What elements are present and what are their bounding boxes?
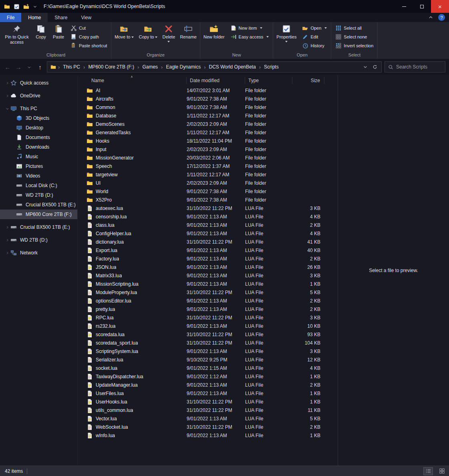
file-row-serializer-lua[interactable]: Serializer.lua9/10/2022 9:25 PMLUA File1… xyxy=(78,355,338,364)
chevron-right-icon[interactable] xyxy=(4,238,10,242)
file-row-taxiwaydispatcher-lua[interactable]: TaxiwayDispatcher.lua9/01/2022 1:12 AMLU… xyxy=(78,372,338,381)
collapse-ribbon-icon[interactable] xyxy=(428,15,433,20)
edit-button[interactable]: Edit xyxy=(299,32,330,41)
sidebar-item-wd-2tb-d[interactable]: WD 2TB (D:) xyxy=(0,235,77,245)
file-row-hooks[interactable]: Hooks18/11/2022 11:04 PMFile folder xyxy=(78,137,338,145)
file-row-utils-common-lua[interactable]: utils_common.lua31/10/2022 11:22 PMLUA F… xyxy=(78,406,338,414)
file-row-input[interactable]: Input2/02/2023 2:09 AMFile folder xyxy=(78,145,338,153)
file-row-censorship-lua[interactable]: censorship.lua9/01/2022 1:13 AMLUA File4… xyxy=(78,212,338,221)
file-row-speech[interactable]: Speech17/12/2022 1:37 AMFile folder xyxy=(78,162,338,170)
new-folder-shortcut-icon[interactable] xyxy=(23,4,29,10)
sidebar-item-videos[interactable]: Videos xyxy=(0,171,77,181)
paste-button[interactable]: Paste xyxy=(50,23,67,40)
file-row-x52pro[interactable]: X52Pro9/01/2022 7:38 AMFile folder xyxy=(78,196,338,204)
new-item-button[interactable]: New item xyxy=(228,24,272,32)
chevron-right-icon[interactable] xyxy=(4,94,10,98)
thumbnails-view-button[interactable] xyxy=(437,467,447,475)
file-row-websocket-lua[interactable]: WebSocket.lua31/10/2022 11:22 PMLUA File… xyxy=(78,423,338,431)
chevron-right-icon[interactable] xyxy=(4,81,10,85)
sidebar-item-quick-access[interactable]: Quick access xyxy=(0,78,77,88)
file-row-autoexec-lua[interactable]: autoexec.lua31/10/2022 11:22 PMLUA File3… xyxy=(78,204,338,212)
column-header-type[interactable]: Type xyxy=(245,77,292,84)
file-row-export-lua[interactable]: Export.lua9/01/2022 1:13 AMLUA File40 KB xyxy=(78,246,338,254)
breadcrumb-item-this-pc[interactable]: This PC xyxy=(60,62,83,72)
sidebar-item-network[interactable]: Network xyxy=(0,248,77,258)
file-row-generatedtasks[interactable]: GeneratedTasks1/11/2022 12:17 AMFile fol… xyxy=(78,128,338,137)
sidebar-item-crucial-bx500-1tb-e[interactable]: Crucial BX500 1TB (E:) xyxy=(0,200,77,210)
column-header-size[interactable]: Size xyxy=(292,77,324,84)
breadcrumb-item-scripts[interactable]: Scripts xyxy=(261,62,282,72)
help-button[interactable]: ? xyxy=(438,14,445,21)
sidebar-item-3d-objects[interactable]: 3D Objects xyxy=(0,113,77,123)
tab-home[interactable]: Home xyxy=(21,13,48,22)
sidebar-item-music[interactable]: Music xyxy=(0,152,77,161)
file-row-demoscenes[interactable]: DemoScenes2/02/2023 2:09 AMFile folder xyxy=(78,120,338,128)
sidebar-item-documents[interactable]: Documents xyxy=(0,133,77,142)
properties-button[interactable]: Properties xyxy=(274,23,298,43)
file-row-ai[interactable]: AI14/07/2022 3:01 AMFile folder xyxy=(78,86,338,95)
file-row-rs232-lua[interactable]: rs232.lua9/01/2022 1:13 AMLUA File10 KB xyxy=(78,322,338,330)
file-row-targetview[interactable]: targetview1/11/2022 12:17 AMFile folder xyxy=(78,170,338,179)
file-row-json-lua[interactable]: JSON.lua9/01/2022 1:13 AMLUA File26 KB xyxy=(78,263,338,271)
column-header-date-modified[interactable]: Date modified xyxy=(187,77,245,84)
file-row-userhooks-lua[interactable]: UserHooks.lua31/10/2022 11:22 PMLUA File… xyxy=(78,397,338,406)
sidebar-item-local-disk-c[interactable]: Local Disk (C:) xyxy=(0,181,77,190)
cut-button[interactable]: Cut xyxy=(68,24,110,32)
file-row-matrix33-lua[interactable]: Matrix33.lua9/01/2022 1:13 AMLUA File3 K… xyxy=(78,271,338,280)
copy-to-button[interactable]: Copy to xyxy=(137,23,159,40)
open-button[interactable]: Open xyxy=(299,24,330,32)
properties-shortcut-icon[interactable] xyxy=(14,4,20,10)
file-row-aircrafts[interactable]: Aircrafts9/01/2022 7:38 AMFile folder xyxy=(78,95,338,103)
recent-locations-chevron-icon[interactable] xyxy=(25,64,33,71)
select-all-button[interactable]: Select all xyxy=(332,24,376,32)
file-row-optionseditor-lua[interactable]: optionsEditor.lua9/01/2022 1:13 AMLUA Fi… xyxy=(78,296,338,305)
file-row-updatemanager-lua[interactable]: UpdateManager.lua9/01/2022 1:13 AMLUA Fi… xyxy=(78,381,338,389)
sidebar-item-crucial-bx500-1tb-e[interactable]: Crucial BX500 1TB (E:) xyxy=(0,222,77,232)
minimize-button[interactable] xyxy=(395,0,413,13)
file-row-pretty-lua[interactable]: pretty.lua9/01/2022 1:13 AMLUA File2 KB xyxy=(78,305,338,313)
file-row-missionscripting-lua[interactable]: MissionScripting.lua9/01/2022 1:13 AMLUA… xyxy=(78,280,338,288)
sidebar-item-mp600-core-2tb-f[interactable]: MP600 Core 2TB (F:) xyxy=(0,210,77,219)
up-button[interactable]: ↑ xyxy=(36,64,44,71)
address-bar[interactable]: ›This PC›MP600 Core 2TB (F:)›Games›Eagle… xyxy=(47,61,382,73)
sidebar-item-onedrive[interactable]: OneDrive xyxy=(0,91,77,101)
copy-button[interactable]: Copy xyxy=(32,23,49,40)
details-view-button[interactable] xyxy=(423,467,433,475)
file-row-winfo-lua[interactable]: wInfo.lua9/01/2022 1:13 AMLUA File1 KB xyxy=(78,431,338,440)
chevron-right-icon[interactable] xyxy=(4,251,10,255)
file-row-world[interactable]: World9/01/2022 7:38 AMFile folder xyxy=(78,187,338,196)
sidebar-item-this-pc[interactable]: This PC xyxy=(0,104,77,113)
file-row-vector-lua[interactable]: Vector.lua9/01/2022 1:13 AMLUA File5 KB xyxy=(78,414,338,423)
file-row-rpc-lua[interactable]: RPC.lua31/10/2022 11:22 PMLUA File3 KB xyxy=(78,313,338,322)
file-row-ui[interactable]: UI2/02/2023 2:09 AMFile folder xyxy=(78,179,338,187)
rename-button[interactable]: Rename xyxy=(178,23,199,40)
breadcrumb-item-dcs-world-openbeta[interactable]: DCS World OpenBeta xyxy=(206,62,259,72)
file-row-userfiles-lua[interactable]: UserFiles.lua9/01/2022 1:13 AMLUA File1 … xyxy=(78,389,338,397)
new-folder-button[interactable]: New folder xyxy=(201,23,227,40)
file-row-scriptingsystem-lua[interactable]: ScriptingSystem.lua9/01/2022 1:13 AMLUA … xyxy=(78,347,338,355)
file-row-factory-lua[interactable]: Factory.lua9/01/2022 1:13 AMLUA File2 KB xyxy=(78,254,338,263)
history-button[interactable]: History xyxy=(299,41,330,50)
tab-share[interactable]: Share xyxy=(48,13,74,22)
file-row-common[interactable]: Common9/01/2022 7:38 AMFile folder xyxy=(78,103,338,111)
breadcrumb-item-mp600-core-2tb-f[interactable]: MP600 Core 2TB (F:) xyxy=(85,62,137,72)
easy-access-button[interactable]: Easy access xyxy=(228,32,272,41)
copy-path-button[interactable]: Copy path xyxy=(68,32,110,41)
tab-view[interactable]: View xyxy=(74,13,98,22)
close-button[interactable]: × xyxy=(431,0,449,13)
search-input[interactable] xyxy=(396,64,442,70)
file-row-moduleproperty-lua[interactable]: ModuleProperty.lua31/10/2022 11:22 PMLUA… xyxy=(78,288,338,296)
customize-toolbar-chevron-icon[interactable] xyxy=(33,4,37,9)
sidebar-item-wd-2tb-d[interactable]: WD 2TB (D:) xyxy=(0,190,77,200)
file-row-confighelper-lua[interactable]: ConfigHelper.lua9/01/2022 1:13 AMLUA Fil… xyxy=(78,229,338,238)
file-row-socket-lua[interactable]: socket.lua9/01/2022 1:15 AMLUA File4 KB xyxy=(78,364,338,372)
sidebar-item-desktop[interactable]: Desktop xyxy=(0,123,77,133)
breadcrumb-item-eagle-dynamics[interactable]: Eagle Dynamics xyxy=(163,62,203,72)
file-row-dictionary-lua[interactable]: dictionary.lua31/10/2022 11:22 PMLUA Fil… xyxy=(78,238,338,246)
file-row-scoredata-sport-lua[interactable]: scoredata_sport.lua31/10/2022 11:22 PMLU… xyxy=(78,339,338,347)
sidebar-item-downloads[interactable]: Downloads xyxy=(0,142,77,152)
forward-button[interactable]: → xyxy=(14,64,22,71)
chevron-down-icon[interactable] xyxy=(4,107,10,111)
maximize-button[interactable] xyxy=(413,0,431,13)
move-to-button[interactable]: Move to xyxy=(113,23,136,40)
